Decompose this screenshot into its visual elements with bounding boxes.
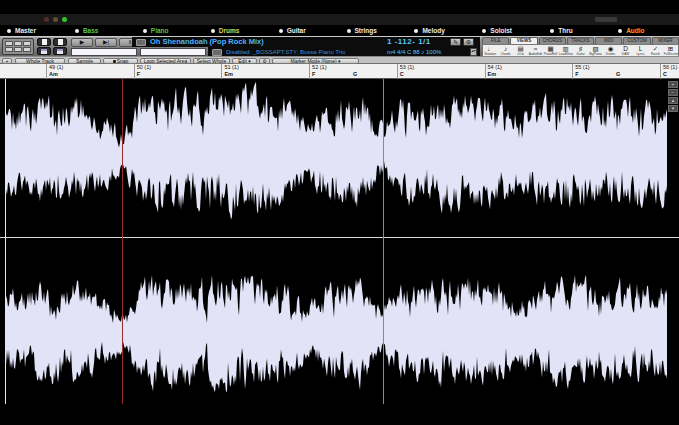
track-tab-melody[interactable]: Melody [407,25,475,36]
ribbon-tab-midi[interactable]: MIDI [595,37,622,44]
xow-button[interactable]: ▤xOw [513,45,528,56]
track-tab-strings[interactable]: Strings [340,25,408,36]
song-title-icon[interactable] [136,39,146,46]
chords-button[interactable]: ♪Chords [498,45,513,56]
counter-edit-button[interactable]: ✎ [450,38,461,46]
track-tab-soloist[interactable]: Soloist [475,25,543,36]
ribbon: FILEVIEWSCHORDSTRACKSMIDICUSTOMMIXER ♩No… [482,37,679,57]
bar-marker[interactable]: 49 (1)Am [46,64,126,79]
track-tab-master[interactable]: Master [0,25,68,36]
track-tab-label: Melody [422,25,444,36]
ribbon-tab-tracks[interactable]: TRACKS [567,37,594,44]
style-icon[interactable] [212,49,222,56]
drums-button[interactable]: ◉Drums [603,45,618,56]
chord-label: Am [49,71,58,78]
waveform-strip[interactable] [6,82,667,220]
zoom-in-button[interactable]: + [668,81,678,88]
track-tab-bass[interactable]: Bass [68,25,136,36]
open-song-button[interactable] [53,38,67,46]
waveform-zoom-controls: +−▴▾ [668,81,678,112]
track-tab-thru[interactable]: Thru [543,25,611,36]
bar-marker[interactable]: 55 (1)F [572,64,652,79]
zoom-up-button[interactable]: ▴ [668,97,678,104]
save-as-button[interactable] [53,47,67,55]
track-radio-icon[interactable] [211,29,215,33]
bar-marker[interactable]: 54 (1)Em [485,64,565,79]
track-radio-icon[interactable] [414,29,418,33]
pianoroll-button[interactable]: ▦PianoRoll [543,45,558,56]
ribbon-tab-chords[interactable]: CHORDS [539,37,566,44]
minimize-window-icon[interactable] [53,17,58,22]
chords-icon: ♪ [498,45,513,52]
loop-position-line[interactable] [383,79,384,404]
play-button[interactable]: ▶ [71,38,93,47]
song-title[interactable]: Oh Shenandoah (Pop Rock Mix) [150,37,264,47]
leadsheet-button[interactable]: ▥LeadSheet [558,45,573,56]
track-tab-audio[interactable]: Audio [611,25,679,36]
preset-cell[interactable] [5,47,13,52]
preset-cell[interactable] [23,47,31,52]
track-radio-icon[interactable] [279,29,283,33]
ribbon-tab-custom[interactable]: CUSTOM [623,37,650,44]
track-tab-label: Piano [151,25,169,36]
selection-start-marker[interactable] [5,79,6,404]
bar-number: 52 (1) [312,64,326,71]
play-from-bar-button[interactable]: ▶| [95,38,117,47]
waveform-area[interactable]: +−▴▾ [0,79,679,425]
chord-label: C [400,71,404,78]
counter-settings-button[interactable]: ⚙ [463,38,474,46]
bar-marker[interactable]: 51 (1)Em [221,64,301,79]
bar-marker[interactable]: 50 (1)F [134,64,214,79]
lyrics-button[interactable]: LLyrics [633,45,648,56]
playback-position-line[interactable] [122,79,123,404]
save-song-button[interactable] [37,47,51,55]
gear-icon: ⚙ [466,39,471,45]
track-radio-icon[interactable] [143,29,147,33]
zoom-down-button[interactable]: ▾ [668,105,678,112]
preset-cell[interactable] [14,47,22,52]
preset-cell[interactable] [5,41,13,46]
bar-number: 49 (1) [49,64,63,71]
song-field-2[interactable] [140,48,206,56]
fourth-button[interactable]: ✓Fourth [648,45,663,56]
close-window-icon[interactable] [44,17,49,22]
ribbon-tab-file[interactable]: FILE [482,37,509,44]
bar-ruler[interactable]: 49 (1)Am50 (1)F51 (1)Em52 (1)F53 (1)C54 … [0,64,679,79]
track-tab-piano[interactable]: Piano [136,25,204,36]
track-radio-icon[interactable] [75,29,79,33]
track-radio-icon[interactable] [7,29,11,33]
layout-preset-panel[interactable] [2,38,34,55]
bigpiano-button[interactable]: ▧BigPiano [588,45,603,56]
audioedit-button[interactable]: ≈AudioEdit [528,45,543,56]
tempo-stepper[interactable]: ▴▾ [470,48,477,56]
save-disk-icon [41,49,47,54]
notation-button[interactable]: ♩Notation [483,45,498,56]
lyrics-icon: L [633,45,648,52]
waveform-canvas[interactable] [0,79,679,425]
new-song-button[interactable] [37,38,51,46]
track-radio-icon[interactable] [550,29,554,33]
bar-marker[interactable]: 52 (1)F [309,64,389,79]
waveform-strip[interactable] [6,275,667,392]
window-titlebar[interactable] [0,14,679,25]
fullscreen-icon: ⊞ [663,45,678,52]
bar-marker[interactable]: 56 (1)C [660,64,679,79]
guitar-button[interactable]: ♯Guitar [573,45,588,56]
preset-cell[interactable] [23,41,31,46]
track-radio-icon[interactable] [618,29,622,33]
track-radio-icon[interactable] [482,29,486,33]
new-file-icon [42,39,47,45]
ribbon-tab-mixer[interactable]: MIXER [652,37,679,44]
bar-number: 50 (1) [137,64,151,71]
bar-marker[interactable]: 53 (1)C [397,64,477,79]
fullscreen-button[interactable]: ⊞FullScreen [663,45,678,56]
track-tab-drums[interactable]: Drums [204,25,272,36]
track-radio-icon[interactable] [347,29,351,33]
daw-button[interactable]: DDAW [618,45,633,56]
song-field-1[interactable] [71,48,137,56]
preset-cell[interactable] [14,41,22,46]
track-tab-guitar[interactable]: Guitar [272,25,340,36]
ribbon-tab-views[interactable]: VIEWS [510,37,537,44]
zoom-window-icon[interactable] [62,17,67,22]
zoom-out-button[interactable]: − [668,89,678,96]
